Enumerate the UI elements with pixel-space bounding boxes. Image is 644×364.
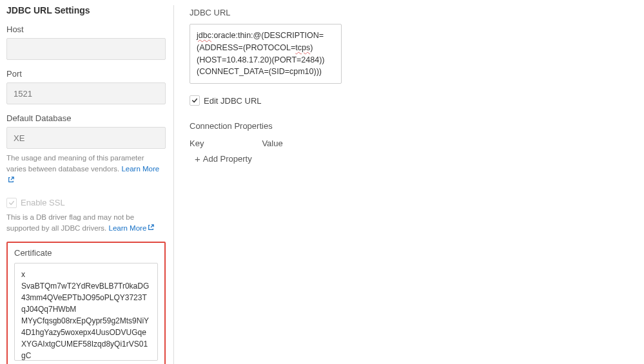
ssl-learn-more-link[interactable]: Learn More xyxy=(109,224,155,232)
section-title: JDBC URL Settings xyxy=(6,5,166,15)
add-property-button[interactable]: + Add Property xyxy=(190,153,638,164)
edit-jdbc-label: Edit JDBC URL xyxy=(204,96,262,106)
connection-properties-title: Connection Properties xyxy=(190,121,638,131)
external-link-icon xyxy=(8,177,14,183)
default-db-input[interactable] xyxy=(6,127,166,149)
certificate-textarea[interactable]: x SvaBTQm7wT2YdRevBLB7Tr0kaDG43mm4QVeEPT… xyxy=(14,263,158,361)
port-input[interactable] xyxy=(6,82,166,104)
port-label: Port xyxy=(6,69,166,79)
jdbc-url-line-3: (HOST=10.48.17.20)(PORT=2484)) xyxy=(197,54,335,66)
ssl-help-text: This is a DB driver flag and may not be … xyxy=(6,212,166,235)
left-panel: JDBC URL Settings Host Port Default Data… xyxy=(6,5,174,364)
edit-jdbc-checkbox[interactable] xyxy=(190,95,200,106)
edit-jdbc-row: Edit JDBC URL xyxy=(190,95,638,106)
enable-ssl-checkbox[interactable] xyxy=(6,198,17,208)
key-header: Key xyxy=(190,139,204,148)
db-help-text: The usage and meaning of this parameter … xyxy=(6,153,166,186)
jdbc-url-line-4: (CONNECT_DATA=(SID=cpm10))) xyxy=(197,66,335,78)
value-header: Value xyxy=(262,139,282,148)
jdbc-url-label: JDBC URL xyxy=(190,8,638,17)
jdbc-url-input[interactable]: jdbc:oracle:thin:@(DESCRIPTION= (ADDRESS… xyxy=(190,24,342,84)
enable-ssl-row: Enable SSL xyxy=(6,198,166,208)
right-panel: JDBC URL jdbc:oracle:thin:@(DESCRIPTION=… xyxy=(174,5,638,364)
external-link-icon xyxy=(148,224,154,231)
host-input[interactable] xyxy=(6,38,166,60)
certificate-label: Certificate xyxy=(14,248,158,258)
certificate-section: Certificate x SvaBTQm7wT2YdRevBLB7Tr0kaD… xyxy=(6,242,166,364)
enable-ssl-label: Enable SSL xyxy=(21,198,65,207)
host-label: Host xyxy=(6,24,166,34)
plus-icon: + xyxy=(195,153,200,164)
jdbc-url-line-1: jdbc:oracle:thin:@(DESCRIPTION= xyxy=(197,30,335,42)
jdbc-url-line-2: (ADDRESS=(PROTOCOL=tcps) xyxy=(197,42,335,54)
default-db-label: Default Database xyxy=(6,113,166,123)
kv-header-row: Key Value xyxy=(190,139,638,148)
